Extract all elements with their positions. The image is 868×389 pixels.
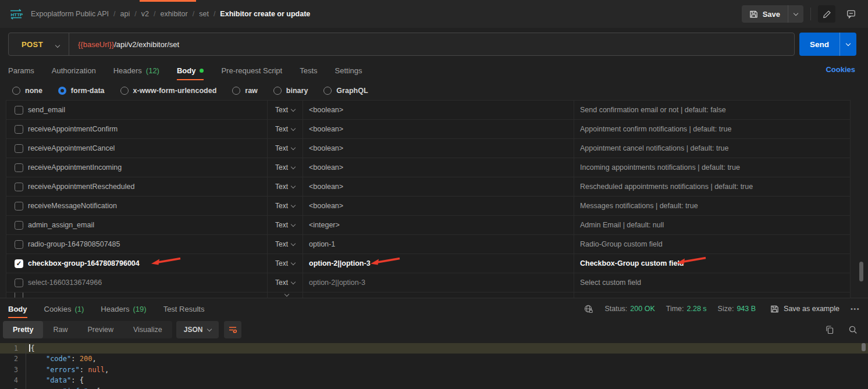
type-select[interactable]: Text (267, 158, 303, 177)
table-row[interactable]: admin_assign_email Text <integer> Admin … (6, 215, 850, 234)
table-row[interactable]: receiveAppointmentCancel Text <boolean> … (6, 138, 850, 158)
value-cell[interactable] (303, 292, 574, 298)
request-tab[interactable]: Params (8, 60, 34, 80)
request-tab[interactable]: Authorization (52, 60, 96, 80)
row-checkbox[interactable] (15, 202, 23, 210)
cookies-link[interactable]: Cookies (826, 65, 855, 74)
value-cell[interactable]: <boolean> (303, 139, 574, 158)
type-select[interactable] (267, 292, 303, 298)
description-cell[interactable]: Send confirmation email or not | default… (574, 101, 850, 119)
size-badge[interactable]: Size:943 B (718, 305, 756, 313)
request-tab[interactable]: Settings (335, 60, 362, 80)
save-options-button[interactable] (788, 5, 803, 23)
description-cell[interactable]: Messages notifications | default: true (574, 197, 850, 215)
key-cell[interactable]: checkbox-group-1647808796004 (28, 254, 267, 273)
table-scrollbar-thumb[interactable] (859, 262, 863, 281)
table-row[interactable]: receiveMessageNotification Text <boolean… (6, 196, 850, 215)
view-tab[interactable]: Visualize (123, 321, 172, 338)
view-tab[interactable]: Pretty (3, 321, 43, 338)
request-tab[interactable]: Body (177, 60, 204, 80)
value-cell[interactable]: option-2||option-3 (303, 273, 574, 292)
url-input[interactable]: {{baseUrl}}/api/v2/exhibitor/set (69, 40, 179, 49)
type-select[interactable]: Text (267, 254, 303, 273)
key-cell[interactable]: send_email (28, 101, 267, 119)
body-mode-radio[interactable]: binary (273, 87, 308, 95)
key-cell[interactable]: receiveAppointmentIncoming (28, 158, 267, 177)
type-select[interactable]: Text (267, 120, 303, 138)
value-cell[interactable]: <boolean> (303, 197, 574, 215)
key-cell[interactable]: receiveAppointmentRescheduled (28, 177, 267, 196)
type-select[interactable]: Text (267, 177, 303, 196)
body-mode-radio[interactable]: GraphQL (323, 87, 368, 95)
value-cell[interactable]: <integer> (303, 216, 574, 234)
save-as-example-button[interactable]: Save as example (770, 305, 839, 313)
table-row[interactable]: send_email Text <boolean> Send confirmat… (6, 100, 850, 119)
key-cell[interactable] (28, 292, 267, 298)
more-actions-button[interactable]: ••• (851, 305, 860, 312)
row-checkbox[interactable] (15, 183, 23, 191)
row-checkbox[interactable] (15, 106, 23, 115)
code-scrollbar-thumb[interactable] (862, 343, 866, 351)
comments-button[interactable] (842, 5, 860, 23)
body-mode-radio[interactable]: none (12, 87, 42, 95)
send-button[interactable]: Send (799, 33, 856, 56)
send-options-button[interactable] (839, 33, 856, 56)
response-tab[interactable]: Cookies (1) (44, 298, 84, 319)
row-checkbox[interactable] (15, 259, 23, 268)
value-cell[interactable]: <boolean> (303, 101, 574, 119)
view-tab[interactable]: Preview (77, 321, 123, 338)
method-select[interactable]: POST (9, 40, 56, 49)
table-row[interactable]: receiveAppointmentIncoming Text <boolean… (6, 158, 850, 177)
table-row[interactable]: radio-group-1647808507485 Text option-1 … (6, 234, 850, 254)
method-chevron-icon[interactable] (56, 39, 59, 49)
description-cell[interactable]: Checkbox-Group custom field (574, 254, 850, 273)
key-cell[interactable]: receiveAppointmentConfirm (28, 120, 267, 138)
type-select[interactable]: Text (267, 197, 303, 215)
description-cell[interactable] (574, 292, 850, 298)
table-row[interactable]: checkbox-group-1647808796004 Text option… (6, 254, 850, 273)
edit-button[interactable] (818, 5, 835, 23)
body-mode-radio[interactable]: x-www-form-urlencoded (120, 87, 217, 95)
value-cell[interactable]: <boolean> (303, 158, 574, 177)
key-cell[interactable]: receiveMessageNotification (28, 197, 267, 215)
format-select[interactable]: JSON (176, 321, 219, 338)
type-select[interactable]: Text (267, 273, 303, 292)
row-checkbox[interactable] (15, 221, 23, 230)
type-select[interactable]: Text (267, 216, 303, 234)
row-checkbox[interactable] (15, 240, 23, 249)
wrap-lines-button[interactable] (224, 321, 241, 338)
description-cell[interactable]: Appointment confirm notifications | defa… (574, 120, 850, 138)
type-select[interactable]: Text (267, 235, 303, 254)
row-checkbox[interactable] (15, 144, 23, 153)
description-cell[interactable]: Select custom field (574, 273, 850, 292)
type-select[interactable]: Text (267, 139, 303, 158)
request-tab[interactable]: Headers (12) (113, 60, 159, 80)
request-tab[interactable]: Tests (300, 60, 317, 80)
network-icon[interactable] (584, 304, 593, 314)
value-cell[interactable]: option-2||option-3 (303, 254, 574, 273)
key-cell[interactable]: radio-group-1647808507485 (28, 235, 267, 254)
table-row[interactable]: receiveAppointmentConfirm Text <boolean>… (6, 119, 850, 138)
type-select[interactable]: Text (267, 101, 303, 119)
value-cell[interactable]: <boolean> (303, 120, 574, 138)
table-row[interactable]: select-1660313674966 Text option-2||opti… (6, 273, 850, 292)
body-mode-radio[interactable]: raw (232, 87, 258, 95)
description-cell[interactable]: Admin Email | default: null (574, 216, 850, 234)
key-cell[interactable]: receiveAppointmentCancel (28, 139, 267, 158)
table-row[interactable]: receiveAppointmentRescheduled Text <bool… (6, 177, 850, 196)
row-checkbox[interactable] (15, 292, 23, 298)
response-tab[interactable]: Headers (19) (101, 298, 146, 319)
view-tab[interactable]: Raw (43, 321, 77, 338)
key-cell[interactable]: select-1660313674966 (28, 273, 267, 292)
table-row[interactable] (6, 292, 850, 298)
row-checkbox[interactable] (15, 279, 23, 287)
response-tab[interactable]: Test Results (163, 298, 205, 319)
save-button[interactable]: Save (742, 5, 803, 23)
row-checkbox[interactable] (15, 125, 23, 134)
body-mode-radio[interactable]: form-data (58, 87, 105, 95)
value-cell[interactable]: <boolean> (303, 177, 574, 196)
description-cell[interactable]: Incoming appointments notifications | de… (574, 158, 850, 177)
description-cell[interactable]: Rescheduled appointments notifications |… (574, 177, 850, 196)
search-button[interactable] (848, 325, 858, 334)
value-cell[interactable]: option-1 (303, 235, 574, 254)
